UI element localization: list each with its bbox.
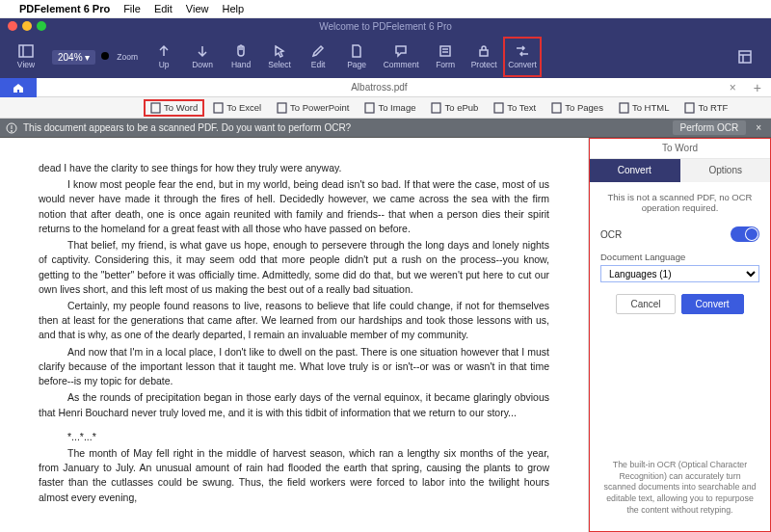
svg-rect-7	[480, 50, 488, 56]
home-tab[interactable]	[0, 78, 37, 97]
convert-tab[interactable]: Convert	[589, 159, 680, 182]
to-epub-button[interactable]: To ePub	[425, 100, 484, 116]
svg-rect-0	[19, 45, 33, 57]
new-tab-icon[interactable]: +	[744, 80, 771, 95]
ocr-status-message: This is not a scanned PDF, no OCR operat…	[600, 192, 759, 213]
to-excel-button[interactable]: To Excel	[207, 100, 267, 116]
view-button[interactable]: View	[8, 38, 44, 76]
svg-point-2	[101, 52, 109, 60]
to-image-button[interactable]: To Image	[359, 100, 421, 116]
document-content: dead I have the clarity to see things fo…	[0, 138, 588, 532]
svg-point-22	[12, 130, 13, 131]
form-button[interactable]: Form	[427, 38, 464, 76]
document-tabbar: Albatross.pdf × +	[0, 78, 771, 97]
up-button[interactable]: Up	[146, 38, 182, 76]
paragraph: Certainly, my people found reasons to li…	[39, 299, 549, 343]
svg-rect-14	[365, 103, 374, 113]
document-filename: Albatross.pdf	[37, 82, 722, 93]
svg-rect-8	[739, 51, 751, 63]
main-toolbar: View 204% ▾Zoom Up Down Hand Select Edit…	[0, 36, 771, 78]
window-title: Welcome to PDFelement 6 Pro	[319, 21, 452, 32]
minimize-window-icon[interactable]	[22, 21, 32, 31]
menu-edit[interactable]: Edit	[154, 3, 173, 14]
svg-rect-12	[214, 103, 223, 113]
ocr-message: This document appears to be a scanned PD…	[23, 122, 351, 133]
svg-rect-4	[440, 46, 450, 56]
to-rtf-button[interactable]: To RTF	[678, 100, 733, 116]
to-html-button[interactable]: To HTML	[613, 100, 676, 116]
cancel-button[interactable]: Cancel	[616, 294, 675, 314]
menu-file[interactable]: File	[123, 3, 141, 14]
comment-button[interactable]: Comment	[377, 38, 425, 76]
ocr-toggle[interactable]	[731, 226, 759, 242]
down-button[interactable]: Down	[184, 38, 221, 76]
svg-rect-18	[620, 103, 628, 113]
section-separator: *...*...*	[39, 430, 549, 444]
edit-button[interactable]: Edit	[300, 38, 336, 76]
svg-line-3	[108, 59, 112, 63]
to-word-button[interactable]: To Word	[145, 100, 203, 116]
convert-action-button[interactable]: Convert	[681, 294, 744, 314]
zoom-value[interactable]: 204% ▾	[52, 50, 95, 65]
perform-ocr-button[interactable]: Perform OCR	[673, 120, 747, 135]
window-titlebar: Welcome to PDFelement 6 Pro	[0, 18, 771, 36]
paragraph: dead I have the clarity to see things fo…	[39, 161, 549, 175]
convert-side-panel: To Word Convert Options This is not a sc…	[588, 138, 771, 532]
language-select[interactable]: Languages (1)	[600, 265, 759, 282]
language-label: Document Language	[600, 252, 759, 262]
options-tab[interactable]: Options	[680, 159, 772, 182]
hand-button[interactable]: Hand	[223, 38, 259, 76]
menu-view[interactable]: View	[186, 3, 209, 14]
maximize-window-icon[interactable]	[37, 21, 46, 31]
app-name[interactable]: PDFelement 6 Pro	[19, 3, 110, 14]
svg-rect-16	[494, 103, 503, 113]
svg-rect-15	[432, 103, 440, 113]
paragraph: I know most people fear the end, but in …	[39, 177, 549, 236]
page-button[interactable]: Page	[338, 38, 375, 76]
ocr-notice-bar: This document appears to be a scanned PD…	[0, 119, 771, 138]
protect-button[interactable]: Protect	[465, 38, 502, 76]
paragraph: And now that I'm in a local place, I don…	[39, 345, 549, 389]
paragraph: That belief, my friend, is what gave us …	[39, 238, 549, 297]
zoom-control[interactable]: 204% ▾Zoom	[52, 50, 138, 65]
to-powerpoint-button[interactable]: To PowerPoint	[271, 100, 355, 116]
close-window-icon[interactable]	[8, 21, 17, 31]
select-button[interactable]: Select	[261, 38, 298, 76]
paragraph: As the rounds of precipitation began in …	[39, 390, 549, 419]
svg-rect-19	[685, 103, 694, 113]
template-button[interactable]	[727, 38, 763, 76]
convert-button[interactable]: Convert	[504, 38, 541, 76]
ocr-description: The built-in OCR (Optical Character Reco…	[589, 450, 771, 532]
close-ocr-bar-icon[interactable]: ×	[752, 122, 765, 133]
ocr-toggle-label: OCR	[600, 229, 622, 240]
svg-rect-11	[151, 103, 160, 113]
to-text-button[interactable]: To Text	[488, 100, 542, 116]
menu-help[interactable]: Help	[223, 3, 245, 14]
side-panel-title: To Word	[589, 138, 771, 159]
svg-rect-13	[278, 103, 286, 113]
to-pages-button[interactable]: To Pages	[545, 100, 609, 116]
paragraph: The month of May fell right in the middl…	[39, 446, 549, 505]
convert-subtoolbar: To Word To Excel To PowerPoint To Image …	[0, 97, 771, 119]
close-tab-icon[interactable]: ×	[722, 81, 744, 94]
macos-menubar: PDFelement 6 Pro File Edit View Help	[0, 0, 771, 18]
svg-rect-17	[552, 103, 561, 113]
